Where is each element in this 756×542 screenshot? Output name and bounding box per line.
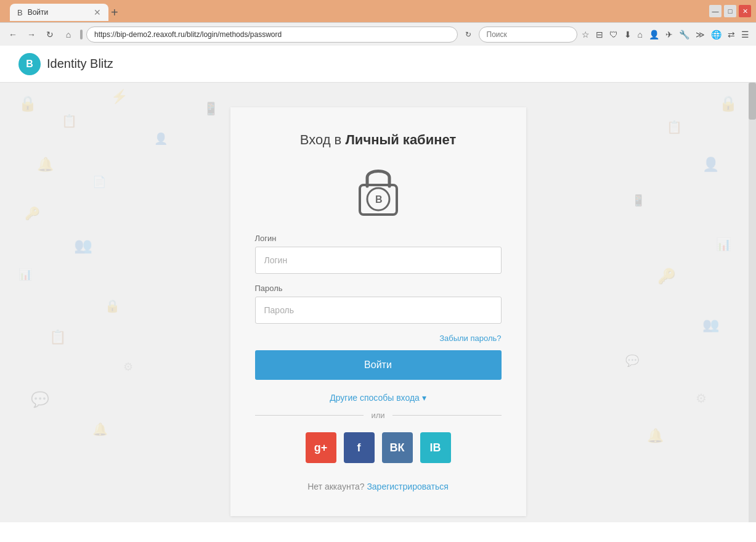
close-button[interactable]: ✕ xyxy=(739,5,751,17)
tab-title: Войти xyxy=(28,8,49,17)
refresh-button[interactable]: ↻ xyxy=(42,27,58,43)
home-nav-icon[interactable]: ⌂ xyxy=(636,30,644,39)
browser-titlebar: B Войти ✕ + — □ ✕ xyxy=(0,0,756,22)
login-field-group: Логин xyxy=(255,234,502,274)
more-tools-icon[interactable]: ≫ xyxy=(694,30,707,39)
minimize-button[interactable]: — xyxy=(709,5,721,17)
send-icon[interactable]: ✈ xyxy=(664,30,675,39)
lock-icon: B xyxy=(354,160,403,219)
address-bar[interactable] xyxy=(86,27,458,43)
maximize-button[interactable]: □ xyxy=(724,5,736,17)
tab-bar: B Войти ✕ + xyxy=(5,1,123,21)
register-section: Нет аккаунта? Зарегистрироваться xyxy=(255,482,502,491)
reload-button[interactable]: ↻ xyxy=(460,27,476,43)
chevron-down-icon: ▾ xyxy=(422,393,426,403)
or-divider: или xyxy=(255,411,502,420)
other-methods-link[interactable]: Другие способы входа ▾ xyxy=(330,393,426,403)
bookmark-star-icon[interactable]: ☆ xyxy=(580,30,591,39)
divider-line-right xyxy=(392,415,502,416)
register-link[interactable]: Зарегистрироваться xyxy=(367,482,448,491)
other-methods: Другие способы входа ▾ xyxy=(255,392,502,403)
scrollbar-thumb[interactable] xyxy=(749,83,756,120)
ssl-icon xyxy=(80,30,83,39)
site-header: B Identity Blitz xyxy=(0,46,756,83)
tab-icon: B xyxy=(17,8,23,17)
shield-icon[interactable]: 🛡 xyxy=(608,30,620,39)
forgot-password-link[interactable]: Забыли пароль? xyxy=(255,334,502,343)
password-label: Пароль xyxy=(255,284,502,293)
login-label: Логин xyxy=(255,234,502,243)
vk-login-button[interactable]: ВК xyxy=(382,432,413,463)
svg-text:B: B xyxy=(375,194,383,205)
globe-icon[interactable]: 🌐 xyxy=(709,30,723,39)
facebook-login-button[interactable]: f xyxy=(344,432,375,463)
or-text: или xyxy=(371,411,384,420)
sync-icon[interactable]: ⇄ xyxy=(726,30,737,39)
login-input[interactable] xyxy=(255,247,502,274)
tab-close-button[interactable]: ✕ xyxy=(94,7,101,17)
password-field-group: Пароль xyxy=(255,284,502,324)
blitz-login-button[interactable]: IB xyxy=(420,432,451,463)
google-login-button[interactable]: g+ xyxy=(306,432,336,463)
nav-icons: ☆ ⊟ 🛡 ⬇ ⌂ 👤 ✈ 🔧 ≫ 🌐 ⇄ ☰ xyxy=(580,30,751,39)
user-icon[interactable]: 👤 xyxy=(647,30,661,39)
scrollbar[interactable] xyxy=(749,83,756,522)
login-card: Вход в Личный кабинет B Логин xyxy=(230,107,526,516)
lock-icon-container: B xyxy=(255,160,502,219)
browser-tab[interactable]: B Войти ✕ xyxy=(10,4,108,21)
login-button[interactable]: Войти xyxy=(255,350,502,380)
main-content: 🔒 📋 ⚡ 👤 📱 🔔 📄 🔑 👥 📊 🔒 📋 ⚙ 💬 🔔 🔒 📋 👤 📱 📊 … xyxy=(0,83,756,522)
home-button[interactable]: ⌂ xyxy=(60,27,76,43)
divider-line-left xyxy=(255,415,364,416)
navigation-bar: ← → ↻ ⌂ ↻ ☆ ⊟ 🛡 ⬇ ⌂ 👤 ✈ 🔧 ≫ 🌐 ⇄ ☰ xyxy=(0,22,756,46)
window-controls: — □ ✕ xyxy=(709,5,751,17)
browser-chrome: B Войти ✕ + — □ ✕ ← → ↻ ⌂ ↻ ☆ ⊟ 🛡 ⬇ ⌂ 👤 … xyxy=(0,0,756,46)
social-buttons: g+ f ВК IB xyxy=(255,432,502,463)
extension-icon[interactable]: 🔧 xyxy=(677,30,691,39)
reader-icon[interactable]: ⊟ xyxy=(594,30,605,39)
download-icon[interactable]: ⬇ xyxy=(622,30,633,39)
search-input[interactable] xyxy=(479,27,577,43)
login-title: Вход в Личный кабинет xyxy=(255,132,502,148)
forward-button[interactable]: → xyxy=(23,27,39,43)
app-name: Identity Blitz xyxy=(47,57,113,71)
password-input[interactable] xyxy=(255,297,502,324)
new-tab-button[interactable]: + xyxy=(111,4,118,21)
logo-icon: B xyxy=(18,53,41,75)
page-content: B Identity Blitz 🔒 📋 ⚡ 👤 📱 🔔 📄 🔑 👥 📊 🔒 📋… xyxy=(0,46,756,522)
back-button[interactable]: ← xyxy=(5,27,21,43)
menu-icon[interactable]: ☰ xyxy=(739,30,751,39)
